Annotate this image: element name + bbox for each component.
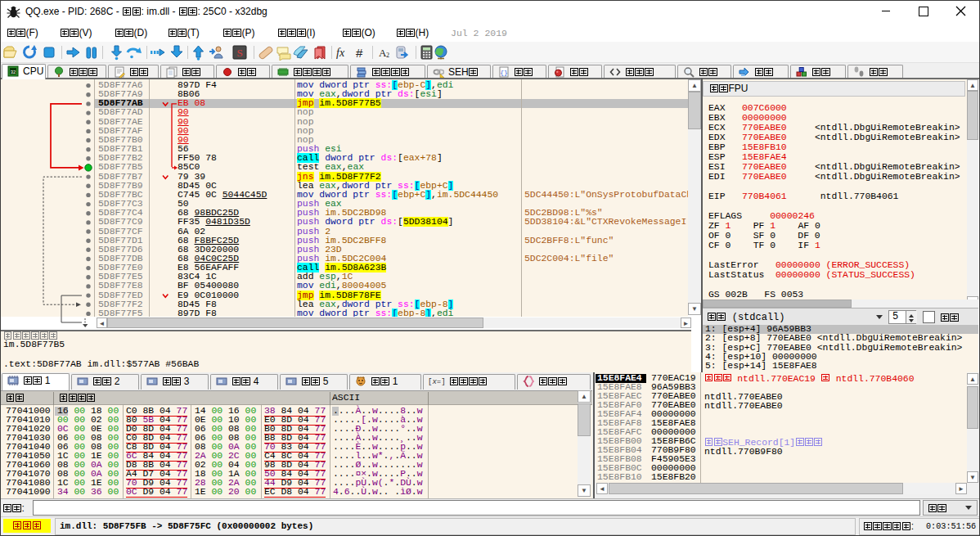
svg-text:2: 2 xyxy=(386,52,389,59)
svg-text:{}: {} xyxy=(500,69,508,76)
svg-text:S: S xyxy=(236,47,242,59)
svg-text:#: # xyxy=(356,46,363,60)
svg-text:32: 32 xyxy=(11,70,16,74)
svg-text:fx: fx xyxy=(336,47,345,59)
